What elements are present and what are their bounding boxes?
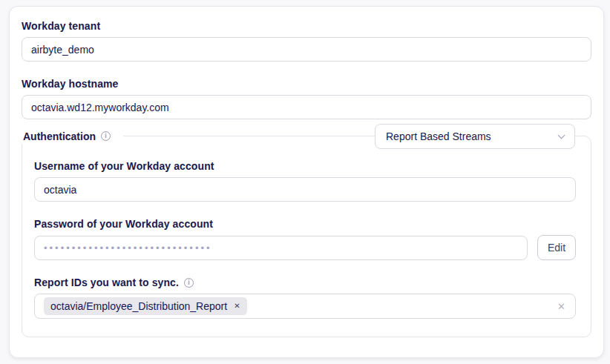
info-icon[interactable]: i [101,131,111,141]
password-label: Password of your Workday account [34,218,576,231]
report-ids-input[interactable]: octavia/Employee_Distribution_Report ✕ ✕ [34,294,576,319]
report-id-tag: octavia/Employee_Distribution_Report ✕ [44,297,247,315]
authentication-group: Authentication i Report Based Streams Us… [22,136,591,337]
workday-hostname-label: Workday hostname [22,78,591,90]
authentication-label: Authentication [23,130,96,142]
workday-tenant-label-text: Workday tenant [22,20,100,33]
authentication-method-selected: Report Based Streams [386,130,491,142]
field-workday-tenant: Workday tenant [22,20,591,62]
tag-remove-icon[interactable]: ✕ [234,302,240,310]
report-ids-label: Report IDs you want to sync. i [34,277,576,289]
password-edit-button[interactable]: Edit [537,235,576,260]
authentication-legend: Authentication i [22,128,123,144]
clear-icon[interactable]: ✕ [557,302,565,311]
password-label-text: Password of your Workday account [34,218,213,231]
field-workday-hostname: Workday hostname [22,78,591,119]
username-label-text: Username of your Workday account [34,160,214,173]
field-password: Password of your Workday account Edit [34,218,576,260]
password-input[interactable] [34,236,528,260]
info-icon[interactable]: i [184,278,194,288]
authentication-method-dropdown[interactable]: Report Based Streams [375,124,575,149]
workday-tenant-label: Workday tenant [22,20,591,33]
report-id-tag-text: octavia/Employee_Distribution_Report [50,300,227,312]
report-ids-label-text: Report IDs you want to sync. [34,277,179,289]
username-input[interactable] [34,177,576,202]
password-row: Edit [34,235,576,260]
workday-hostname-input[interactable] [22,95,591,119]
chevron-down-icon [558,131,565,139]
workday-hostname-label-text: Workday hostname [22,78,119,90]
field-report-ids: Report IDs you want to sync. i octavia/E… [34,277,576,319]
connector-settings-card: Workday tenant Workday hostname Authenti… [9,6,604,358]
workday-tenant-input[interactable] [22,37,591,62]
field-username: Username of your Workday account [34,160,576,202]
username-label: Username of your Workday account [34,160,576,173]
